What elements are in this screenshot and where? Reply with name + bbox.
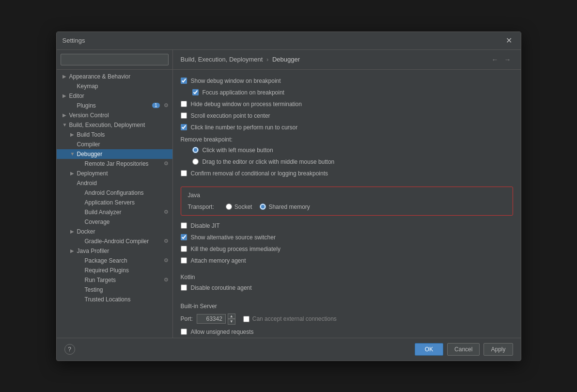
sidebar-item-android-configurations[interactable]: Android Configurations [57, 188, 172, 198]
java-section: Java Transport: Socket Shared memory [181, 187, 513, 216]
sidebar-item-debugger[interactable]: ▼ Debugger [57, 149, 172, 159]
sidebar-item-coverage[interactable]: Coverage [57, 217, 172, 227]
disable-jit-checkbox[interactable] [181, 222, 187, 229]
sidebar-item-compiler[interactable]: Compiler [57, 140, 172, 149]
sidebar-item-keymap[interactable]: Keymap [57, 81, 172, 91]
ok-button[interactable]: OK [415, 343, 443, 356]
settings-sidebar: ▶ Appearance & Behavior Keymap ▶ Editor [57, 50, 173, 338]
breadcrumb: Build, Execution, Deployment › Debugger [181, 56, 300, 63]
port-down-button[interactable]: ▼ [228, 319, 235, 325]
kill-debug-checkbox[interactable] [181, 246, 187, 252]
forward-button[interactable]: → [502, 55, 513, 64]
shared-memory-option[interactable]: Shared memory [260, 204, 310, 210]
attach-memory-checkbox[interactable] [181, 257, 187, 264]
show-alternative-checkbox[interactable] [181, 234, 187, 240]
click-left-mouse-radio[interactable] [192, 147, 199, 153]
expand-arrow: ▶ [62, 74, 69, 79]
sidebar-item-label: Run Targets [85, 277, 162, 283]
scroll-execution-row: Scroll execution point to center [181, 112, 513, 119]
sidebar-item-label: Java Profiler [77, 248, 169, 254]
back-button[interactable]: ← [490, 55, 500, 64]
accept-connections-text: Can accept external connections [252, 315, 337, 322]
port-up-button[interactable]: ▲ [228, 314, 235, 319]
sidebar-item-testing[interactable]: Testing [57, 285, 172, 295]
sidebar-item-java-profiler[interactable]: ▶ Java Profiler [57, 246, 172, 256]
sidebar-item-label: Deployment [77, 170, 169, 177]
sidebar-item-label: Trusted Locations [85, 296, 169, 303]
sidebar-item-label: Required Plugins [85, 267, 169, 274]
sidebar-item-run-targets[interactable]: Run Targets ⚙ [57, 275, 172, 285]
expand-arrow: ▼ [62, 122, 69, 127]
show-debug-window-checkbox[interactable] [181, 78, 187, 84]
sidebar-item-version-control[interactable]: ▶ Version Control [57, 110, 172, 120]
sidebar-item-deployment[interactable]: ▶ Deployment [57, 169, 172, 178]
sidebar-item-plugins[interactable]: Plugins 1 ⚙ [57, 101, 172, 110]
breadcrumb-separator: › [266, 56, 268, 63]
sidebar-item-application-servers[interactable]: Application Servers [57, 198, 172, 207]
sidebar-item-label: Build Analyzer [85, 209, 162, 216]
kill-debug-row: Kill the debug process immediately [181, 246, 513, 252]
gear-icon: ⚙ [164, 160, 169, 167]
sidebar-item-editor[interactable]: ▶ Editor [57, 91, 172, 101]
accept-connections-checkbox[interactable] [243, 316, 250, 322]
help-button[interactable]: ? [64, 344, 75, 355]
show-alternative-label: Show alternative source switcher [191, 234, 276, 241]
apply-button[interactable]: Apply [483, 343, 513, 356]
click-line-number-label: Click line number to perform run to curs… [191, 124, 298, 131]
port-input[interactable] [197, 314, 226, 324]
port-label: Port: [181, 315, 193, 322]
search-input[interactable] [61, 54, 169, 65]
allow-unsigned-row: Allow unsigned requests [181, 329, 513, 335]
sidebar-item-label: Android Configurations [85, 189, 169, 196]
sidebar-item-build-tools[interactable]: ▶ Build Tools [57, 130, 172, 140]
sidebar-item-required-plugins[interactable]: Required Plugins [57, 266, 172, 275]
footer-buttons: OK Cancel Apply [415, 343, 513, 356]
click-line-number-checkbox[interactable] [181, 124, 187, 130]
sidebar-item-label: Plugins [77, 102, 152, 109]
sidebar-item-package-search[interactable]: Package Search ⚙ [57, 256, 172, 266]
port-row: Port: ▲ ▼ Can accept external connection… [181, 314, 513, 325]
sidebar-item-label: Package Search [85, 257, 162, 264]
close-button[interactable]: ✕ [503, 36, 515, 46]
confirm-removal-row: Confirm removal of conditional or loggin… [181, 170, 513, 177]
confirm-removal-checkbox[interactable] [181, 170, 187, 176]
sidebar-item-trusted-locations[interactable]: Trusted Locations [57, 295, 172, 304]
scroll-execution-checkbox[interactable] [181, 112, 187, 119]
sidebar-item-label: Version Control [69, 112, 169, 119]
transport-label: Transport: [188, 204, 214, 210]
focus-application-checkbox[interactable] [192, 89, 199, 95]
sidebar-item-label: Debugger [77, 151, 169, 157]
accept-connections-label[interactable]: Can accept external connections [243, 315, 337, 322]
sidebar-item-docker[interactable]: ▶ Docker [57, 227, 172, 236]
sidebar-item-appearance[interactable]: ▶ Appearance & Behavior [57, 72, 172, 81]
sidebar-item-gradle-android[interactable]: Gradle-Android Compiler ⚙ [57, 236, 172, 246]
drag-to-editor-radio[interactable] [192, 158, 199, 165]
sidebar-item-build-execution[interactable]: ▼ Build, Execution, Deployment [57, 120, 172, 130]
expand-arrow: ▶ [70, 248, 77, 253]
sidebar-item-label: Application Servers [85, 199, 169, 206]
sidebar-item-android[interactable]: Android [57, 178, 172, 188]
disable-coroutine-checkbox[interactable] [181, 284, 187, 291]
allow-unsigned-checkbox[interactable] [181, 329, 187, 335]
shared-memory-radio[interactable] [260, 204, 266, 210]
sidebar-item-remote-jar[interactable]: Remote Jar Repositories ⚙ [57, 159, 172, 169]
socket-radio[interactable] [226, 204, 232, 210]
search-box [57, 50, 172, 70]
nav-arrows: ← → [490, 55, 513, 64]
show-alternative-row: Show alternative source switcher [181, 234, 513, 241]
sidebar-item-label: Build Tools [77, 131, 169, 138]
click-line-number-row: Click line number to perform run to curs… [181, 124, 513, 131]
builtin-server-section: Built-in Server Port: ▲ ▼ Ca [181, 303, 513, 335]
disable-coroutine-label: Disable coroutine agent [191, 284, 252, 291]
remove-breakpoint-label: Remove breakpoint: [181, 136, 233, 143]
modal-overlay: Settings ✕ ▶ Appearance & Behavior [0, 0, 577, 392]
sidebar-item-label: Testing [85, 286, 169, 293]
cancel-button[interactable]: Cancel [447, 343, 480, 356]
hide-debug-window-checkbox[interactable] [181, 101, 187, 107]
socket-option[interactable]: Socket [226, 204, 252, 210]
sidebar-item-label: Coverage [85, 219, 169, 225]
gear-icon: ⚙ [164, 209, 169, 215]
builtin-server-title: Built-in Server [181, 303, 513, 310]
sidebar-item-build-analyzer[interactable]: Build Analyzer ⚙ [57, 207, 172, 217]
ide-background: Settings ✕ ▶ Appearance & Behavior [0, 0, 577, 392]
